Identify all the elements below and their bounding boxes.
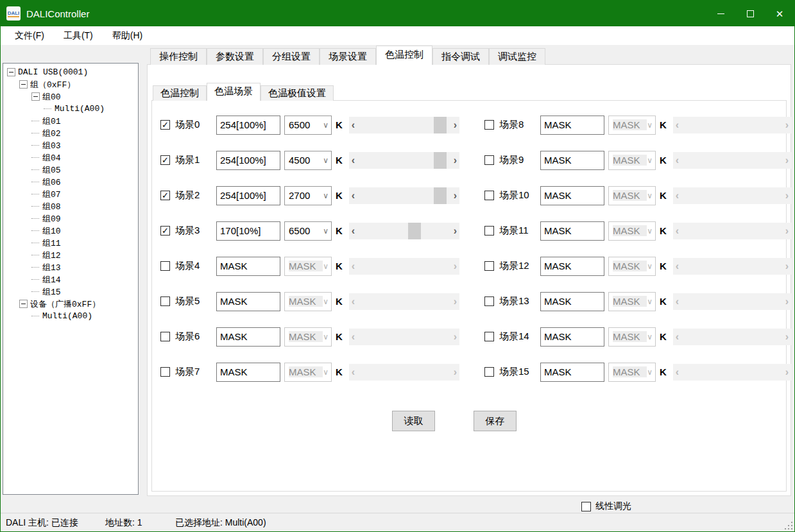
scene-kelvin-dropdown[interactable]: MASK ∨ [284, 292, 332, 311]
scroll-left-arrow-icon[interactable]: ‹ [352, 155, 355, 166]
minimize-button[interactable] [706, 1, 735, 26]
scroll-right-arrow-icon[interactable]: › [785, 367, 789, 377]
scene-checkbox[interactable]: ✓ [484, 155, 494, 165]
scroll-left-arrow-icon[interactable]: ‹ [676, 155, 679, 166]
scene-checkbox[interactable]: ✓ [484, 261, 494, 271]
scene-kelvin-dropdown[interactable]: 2700 ∨ [284, 186, 332, 205]
scene-level-input[interactable] [216, 116, 280, 135]
tree-expander-icon[interactable] [19, 80, 28, 89]
tab-2[interactable]: 分组设置 [263, 48, 320, 65]
scene-scrollbar[interactable]: ‹ › [673, 258, 791, 275]
scene-kelvin-dropdown[interactable]: MASK ∨ [608, 292, 656, 311]
tree-item[interactable]: 组03 [3, 139, 138, 151]
scrollbar-thumb[interactable] [434, 117, 447, 133]
scroll-left-arrow-icon[interactable]: ‹ [676, 367, 679, 377]
tree-item[interactable]: 组07 [3, 188, 138, 200]
scene-scrollbar[interactable]: ‹ › [349, 187, 459, 204]
scene-kelvin-dropdown[interactable]: 6500 ∨ [284, 116, 332, 135]
scene-kelvin-dropdown[interactable]: MASK ∨ [608, 257, 656, 276]
tree-item[interactable]: 组02 [3, 127, 138, 139]
scroll-right-arrow-icon[interactable]: › [454, 332, 457, 342]
scene-kelvin-dropdown[interactable]: MASK ∨ [284, 327, 332, 347]
tab-6[interactable]: 调试监控 [489, 48, 545, 65]
scene-kelvin-dropdown[interactable]: MASK ∨ [608, 186, 656, 205]
tab-4-selected[interactable]: 色温控制 [376, 46, 432, 65]
scroll-left-arrow-icon[interactable]: ‹ [676, 191, 679, 201]
scene-scrollbar[interactable]: ‹ › [673, 117, 791, 133]
scrollbar-thumb[interactable] [434, 187, 447, 204]
scroll-left-arrow-icon[interactable]: ‹ [352, 367, 355, 377]
scene-scrollbar[interactable]: ‹ › [673, 223, 791, 239]
scene-scrollbar[interactable]: ‹ › [349, 329, 459, 345]
tree-item[interactable]: 组10 [3, 225, 138, 237]
tree-item[interactable]: 组09 [3, 212, 138, 225]
scene-kelvin-dropdown[interactable]: MASK ∨ [608, 116, 656, 135]
scroll-left-arrow-icon[interactable]: ‹ [676, 120, 679, 130]
scroll-right-arrow-icon[interactable]: › [785, 226, 789, 236]
scene-level-input[interactable] [216, 186, 280, 205]
tab-1[interactable]: 参数设置 [207, 48, 263, 65]
scroll-right-arrow-icon[interactable]: › [454, 155, 457, 166]
scene-level-input[interactable] [216, 221, 280, 241]
tree-item[interactable]: 组00 [3, 90, 138, 103]
tree-item[interactable]: 组15 [3, 286, 138, 298]
scroll-left-arrow-icon[interactable]: ‹ [352, 332, 355, 342]
scene-level-input[interactable] [540, 151, 604, 170]
scroll-right-arrow-icon[interactable]: › [785, 332, 789, 342]
subtab-2[interactable]: 色温极值设置 [261, 85, 334, 101]
tree-item[interactable]: 组（0xFF） [3, 78, 138, 90]
scene-scrollbar[interactable]: ‹ › [349, 293, 459, 310]
tree-item[interactable]: DALI USB(0001) [3, 66, 138, 78]
scene-checkbox[interactable]: ✓ [160, 191, 170, 200]
tree-item[interactable]: Multi(A00) [3, 310, 138, 322]
tree-item[interactable]: 组04 [3, 151, 138, 164]
tree-item[interactable]: 设备（广播0xFF） [3, 298, 138, 310]
scroll-left-arrow-icon[interactable]: ‹ [676, 261, 679, 271]
scrollbar-thumb[interactable] [408, 223, 421, 239]
scene-checkbox[interactable]: ✓ [160, 155, 170, 165]
subtab-0[interactable]: 色温控制 [153, 85, 207, 101]
subtab-1-selected[interactable]: 色温场景 [207, 83, 261, 101]
tree-item[interactable]: Multi(A00) [3, 103, 138, 115]
scene-scrollbar[interactable]: ‹ › [349, 364, 459, 381]
tree-item[interactable]: 组14 [3, 273, 138, 286]
menu-item-file[interactable]: 文件(F) [7, 28, 52, 44]
scene-kelvin-dropdown[interactable]: MASK ∨ [608, 221, 656, 241]
scroll-right-arrow-icon[interactable]: › [454, 296, 457, 307]
scene-scrollbar[interactable]: ‹ › [673, 364, 791, 381]
scroll-right-arrow-icon[interactable]: › [454, 367, 457, 377]
scene-checkbox[interactable]: ✓ [160, 120, 170, 130]
scene-level-input[interactable] [216, 327, 280, 347]
scroll-left-arrow-icon[interactable]: ‹ [352, 296, 355, 307]
scene-level-input[interactable] [540, 327, 604, 347]
read-button[interactable]: 读取 [392, 411, 435, 431]
tree-expander-icon[interactable] [19, 300, 28, 308]
scene-checkbox[interactable]: ✓ [160, 226, 170, 236]
scene-checkbox[interactable]: ✓ [160, 332, 170, 341]
scene-checkbox[interactable]: ✓ [160, 261, 170, 271]
save-button[interactable]: 保存 [474, 411, 517, 431]
scene-level-input[interactable] [540, 292, 604, 311]
scroll-left-arrow-icon[interactable]: ‹ [352, 261, 355, 271]
scene-checkbox[interactable]: ✓ [484, 226, 494, 236]
scene-level-input[interactable] [540, 363, 604, 382]
scene-checkbox[interactable]: ✓ [484, 367, 494, 377]
scene-scrollbar[interactable]: ‹ › [349, 258, 459, 275]
maximize-button[interactable] [735, 1, 765, 26]
scene-level-input[interactable] [216, 292, 280, 311]
scene-scrollbar[interactable]: ‹ › [673, 187, 791, 204]
scroll-right-arrow-icon[interactable]: › [785, 296, 789, 307]
tree-item[interactable]: 组05 [3, 164, 138, 176]
tab-3[interactable]: 场景设置 [320, 48, 376, 65]
scroll-right-arrow-icon[interactable]: › [785, 120, 789, 130]
menu-item-help[interactable]: 帮助(H) [105, 28, 150, 44]
scene-kelvin-dropdown[interactable]: MASK ∨ [608, 151, 656, 170]
scene-kelvin-dropdown[interactable]: 4500 ∨ [284, 151, 332, 170]
tree-item[interactable]: 组06 [3, 176, 138, 188]
close-button[interactable]: ✕ [765, 1, 794, 26]
scroll-left-arrow-icon[interactable]: ‹ [352, 120, 355, 130]
scene-checkbox[interactable]: ✓ [484, 296, 494, 306]
resize-grip[interactable] [785, 522, 792, 529]
scene-level-input[interactable] [216, 363, 280, 382]
tab-5[interactable]: 指令调试 [432, 48, 489, 65]
